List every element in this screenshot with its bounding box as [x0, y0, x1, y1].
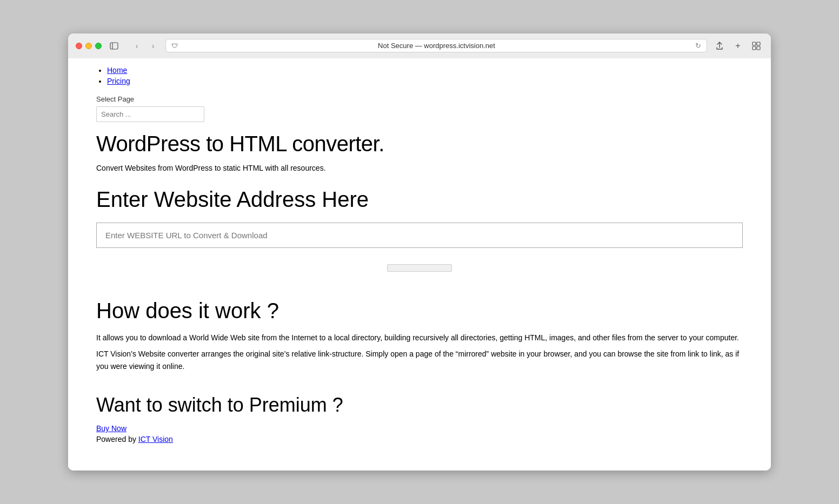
how-heading: How does it work ? — [96, 299, 743, 323]
svg-rect-0 — [110, 43, 118, 49]
premium-heading: Want to switch to Premium ? — [96, 394, 743, 416]
svg-rect-4 — [753, 46, 756, 50]
sidebar-toggle-button[interactable] — [107, 39, 121, 53]
svg-rect-5 — [757, 46, 760, 50]
nav-menu: Home Pricing — [96, 58, 743, 92]
share-button[interactable] — [713, 39, 727, 53]
subtitle: Convert Websites from WordPress to stati… — [96, 164, 743, 172]
search-input[interactable] — [96, 106, 204, 122]
reload-button[interactable]: ↻ — [695, 42, 701, 50]
url-input-wrapper — [96, 223, 743, 248]
traffic-lights — [76, 43, 102, 49]
nav-item-home: Home — [107, 66, 743, 75]
main-title: WordPress to HTML converter. — [96, 132, 743, 156]
minimize-button[interactable] — [85, 43, 92, 49]
how-paragraph-2: ICT Vision’s Website converter arranges … — [96, 348, 743, 372]
security-icon: 🛡 — [171, 42, 178, 50]
close-button[interactable] — [76, 43, 82, 49]
nav-link-home[interactable]: Home — [107, 66, 127, 75]
submit-button[interactable] — [387, 264, 452, 272]
address-text: Not Secure — wordpress.ictvision.net — [182, 42, 691, 50]
nav-buttons: ‹ › — [130, 39, 160, 53]
page-content: Home Pricing Select Page WordPress to HT… — [68, 58, 771, 471]
browser-chrome: ‹ › 🛡 Not Secure — wordpress.ictvision.n… — [68, 33, 771, 58]
ict-vision-link[interactable]: ICT Vision — [138, 435, 173, 443]
title-bar: ‹ › 🛡 Not Secure — wordpress.ictvision.n… — [68, 33, 771, 58]
select-page-label: Select Page — [96, 95, 743, 103]
enter-address-heading: Enter Website Address Here — [96, 187, 743, 212]
address-bar[interactable]: 🛡 Not Secure — wordpress.ictvision.net ↻ — [165, 39, 707, 52]
powered-by: Powered by ICT Vision — [96, 435, 743, 443]
svg-rect-2 — [753, 42, 756, 45]
svg-rect-3 — [757, 42, 760, 45]
submit-area — [96, 259, 743, 283]
forward-button[interactable]: › — [146, 39, 160, 53]
url-input[interactable] — [97, 223, 742, 247]
maximize-button[interactable] — [95, 43, 102, 49]
premium-section: Want to switch to Premium ? Buy Now Powe… — [96, 394, 743, 443]
nav-link-pricing[interactable]: Pricing — [107, 77, 130, 85]
toolbar-right: + — [713, 39, 763, 53]
select-page-section: Select Page — [96, 95, 743, 122]
how-paragraph-1: It allows you to download a World Wide W… — [96, 332, 743, 344]
tab-overview-button[interactable] — [749, 39, 763, 53]
back-button[interactable]: ‹ — [130, 39, 144, 53]
nav-item-pricing: Pricing — [107, 77, 743, 85]
new-tab-button[interactable]: + — [731, 39, 745, 53]
buy-now-link[interactable]: Buy Now — [96, 424, 743, 433]
browser-window: ‹ › 🛡 Not Secure — wordpress.ictvision.n… — [68, 33, 771, 471]
